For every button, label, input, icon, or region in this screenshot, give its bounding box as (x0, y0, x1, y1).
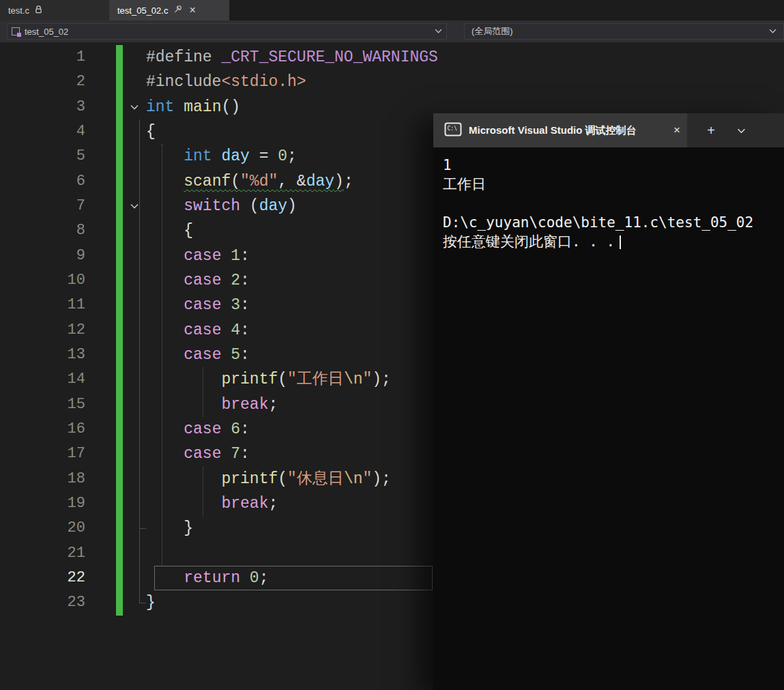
line-number[interactable]: 15 (0, 392, 85, 417)
console-line: D:\c_yuyan\code\bite_11.c\test_05_02 (443, 213, 784, 232)
line-number[interactable]: 10 (0, 268, 85, 293)
fold-spacer (123, 268, 146, 293)
chevron-down-icon[interactable] (725, 113, 757, 147)
change-indicator (116, 70, 123, 94)
change-indicator (116, 467, 123, 491)
cpp-member-icon (12, 27, 20, 35)
chevron-down-icon (435, 27, 442, 37)
line-number[interactable]: 12 (0, 318, 85, 343)
console-tab[interactable]: C:\ Microsoft Visual Studio 调试控制台 × (433, 113, 687, 147)
line-number[interactable]: 3 (0, 95, 85, 119)
console-icon: C:\ (444, 122, 462, 139)
change-indicator (116, 541, 123, 566)
fold-spacer (123, 318, 146, 343)
line-number[interactable]: 16 (0, 417, 85, 442)
change-indicator (116, 95, 123, 119)
line-number[interactable]: 7 (0, 194, 85, 218)
fold-spacer (123, 566, 146, 590)
change-indicator (116, 293, 123, 317)
code-line-1[interactable]: 1#define _CRT_SECURE_NO_WARNINGS (0, 45, 784, 70)
fold-spacer (123, 70, 146, 94)
change-indicator (116, 194, 123, 218)
change-indicator (116, 442, 123, 466)
tab-test-c[interactable]: test.c (0, 0, 109, 20)
fold-spacer (123, 218, 146, 243)
console-line: 按任意键关闭此窗口. . . (443, 232, 784, 251)
console-title-bar: C:\ Microsoft Visual Studio 调试控制台 × + (433, 113, 784, 147)
new-tab-button[interactable]: + (697, 113, 725, 147)
member-scope-dropdown[interactable]: (全局范围) (464, 23, 784, 40)
lock-icon (35, 5, 42, 16)
change-indicator (116, 516, 123, 541)
chevron-down-icon (769, 27, 776, 37)
change-indicator (116, 392, 123, 417)
line-number[interactable]: 23 (0, 590, 85, 615)
line-number[interactable]: 11 (0, 293, 85, 317)
change-indicator (116, 45, 123, 70)
fold-spacer (123, 590, 146, 615)
change-indicator (116, 343, 123, 367)
fold-spacer (123, 144, 146, 169)
console-line: 1 (443, 156, 784, 175)
change-indicator (116, 417, 123, 442)
line-number[interactable]: 8 (0, 218, 85, 243)
pin-icon[interactable] (173, 5, 182, 16)
text-cursor (620, 235, 621, 249)
code-line-2[interactable]: 2#include<stdio.h> (0, 70, 784, 94)
fold-spacer (123, 392, 146, 417)
fold-spacer (123, 169, 146, 194)
fold-spacer (123, 45, 146, 70)
fold-spacer (123, 293, 146, 317)
navigation-bar: test_05_02 (全局范围) (0, 20, 784, 42)
change-indicator (116, 218, 123, 243)
fold-spacer (123, 343, 146, 367)
file-scope-value: test_05_02 (25, 27, 430, 37)
change-indicator (116, 318, 123, 343)
line-number[interactable]: 22 (0, 566, 85, 590)
fold-spacer (123, 367, 146, 392)
line-number[interactable]: 17 (0, 442, 85, 466)
line-number[interactable]: 5 (0, 144, 85, 169)
change-indicator (116, 566, 123, 590)
fold-spacer (123, 467, 146, 491)
line-number[interactable]: 21 (0, 541, 85, 566)
console-line: 工作日 (443, 175, 784, 194)
fold-spacer (123, 244, 146, 268)
line-number[interactable]: 9 (0, 244, 85, 268)
fold-spacer (123, 516, 146, 541)
close-icon[interactable]: × (189, 5, 195, 16)
line-number[interactable]: 14 (0, 367, 85, 392)
line-number[interactable]: 2 (0, 70, 85, 94)
tab-label: test.c (8, 5, 29, 16)
line-number[interactable]: 1 (0, 45, 85, 70)
svg-text:C:\: C:\ (448, 126, 458, 132)
line-number[interactable]: 13 (0, 343, 85, 367)
code-text: #include<stdio.h> (146, 70, 784, 94)
editor-tab-bar: test.c test_05_02.c × (0, 0, 784, 20)
console-body[interactable]: 1工作日D:\c_yuyan\code\bite_11.c\test_05_02… (433, 147, 784, 690)
console-window-title: Microsoft Visual Studio 调试控制台 (469, 124, 667, 137)
console-line (443, 194, 784, 213)
fold-spacer (123, 541, 146, 566)
fold-chevron-icon[interactable] (123, 194, 146, 218)
fold-spacer (123, 119, 146, 144)
change-indicator (116, 367, 123, 392)
line-number[interactable]: 4 (0, 119, 85, 144)
member-scope-value: (全局范围) (471, 25, 764, 38)
tab-label: test_05_02.c (117, 5, 168, 16)
fold-chevron-icon[interactable] (123, 95, 146, 119)
change-indicator (116, 244, 123, 268)
change-indicator (116, 268, 123, 293)
line-number[interactable]: 19 (0, 491, 85, 516)
line-number[interactable]: 6 (0, 169, 85, 194)
line-number[interactable]: 18 (0, 467, 85, 491)
fold-spacer (123, 491, 146, 516)
debug-console-window: C:\ Microsoft Visual Studio 调试控制台 × + 1工… (433, 113, 784, 690)
change-indicator (116, 169, 123, 194)
close-icon[interactable]: × (673, 124, 680, 137)
tab-test-05-02-c[interactable]: test_05_02.c × (109, 0, 229, 20)
change-indicator (116, 119, 123, 144)
fold-spacer (123, 417, 146, 442)
line-number[interactable]: 20 (0, 516, 85, 541)
file-scope-dropdown[interactable]: test_05_02 (7, 23, 447, 40)
